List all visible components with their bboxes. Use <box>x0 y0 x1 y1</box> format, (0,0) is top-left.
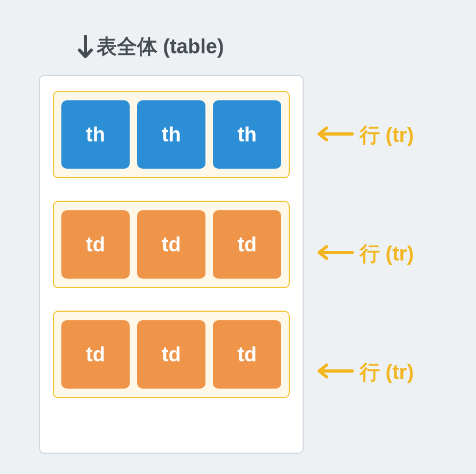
td-cell: td <box>213 210 281 279</box>
table-row: td td td <box>53 201 290 288</box>
td-cell: td <box>137 210 205 279</box>
left-arrow-icon <box>316 361 354 384</box>
th-cell: th <box>137 100 205 169</box>
row-label-text: 行 (tr) <box>360 240 414 267</box>
left-arrow-icon <box>316 242 354 265</box>
table-row: td td td <box>53 311 290 398</box>
td-cell: td <box>137 320 205 389</box>
down-arrow-icon <box>77 35 93 59</box>
td-cell: td <box>61 320 130 389</box>
row-label: 行 (tr) <box>316 240 414 267</box>
diagram-title: 表全体 (table) <box>77 33 224 60</box>
th-cell: th <box>213 100 281 169</box>
row-label-text: 行 (tr) <box>360 359 414 386</box>
th-cell: th <box>61 100 130 169</box>
row-label: 行 (tr) <box>316 359 414 386</box>
table-container: th th th td td td td td td <box>39 75 304 454</box>
td-cell: td <box>61 210 130 279</box>
row-label: 行 (tr) <box>316 122 414 149</box>
title-text: 表全体 (table) <box>97 33 224 60</box>
td-cell: td <box>213 320 281 389</box>
row-label-text: 行 (tr) <box>360 122 414 149</box>
left-arrow-icon <box>316 124 354 147</box>
table-row: th th th <box>53 91 290 178</box>
